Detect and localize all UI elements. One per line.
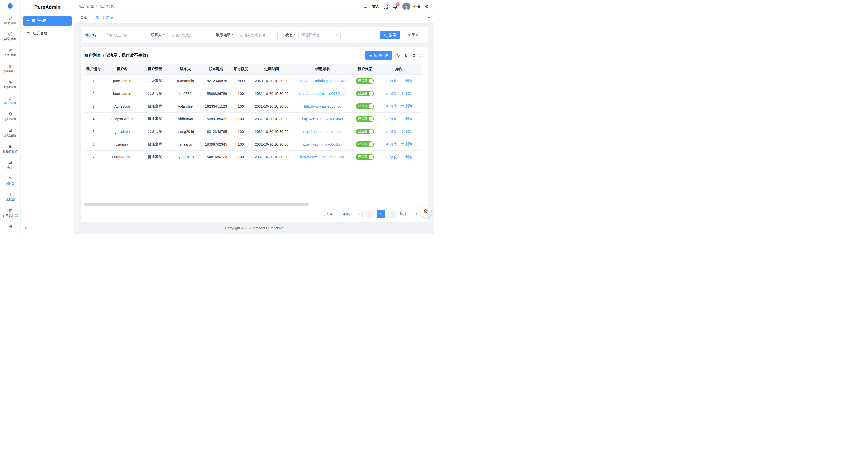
status-toggle[interactable]: 已启用 bbox=[356, 129, 374, 134]
cell-status: 已启用 bbox=[353, 151, 377, 163]
rail-item-7[interactable]: ⊟系统监控 bbox=[0, 124, 21, 141]
sidebar-item-0[interactable]: ≡租户列表 bbox=[23, 15, 72, 26]
settings-gear-icon[interactable]: ⚙ bbox=[425, 4, 429, 9]
density-icon[interactable]: ⇅ bbox=[404, 54, 408, 58]
domain-link[interactable]: http://www.agileboot.cc bbox=[304, 104, 341, 108]
rail-item-label: 结果页面 bbox=[4, 22, 17, 25]
topbar-actions: 文A 7 小铭 ⚙ bbox=[363, 3, 429, 10]
delete-button[interactable]: 删除 bbox=[401, 79, 412, 83]
table-row-3: 3AgileBoot普通套餐valarchie18233451123100203… bbox=[84, 100, 421, 113]
next-page-button[interactable]: › bbox=[388, 210, 396, 218]
status-select[interactable]: 请选择状态∨ bbox=[299, 31, 341, 39]
fullscreen-icon[interactable] bbox=[383, 4, 388, 9]
rail-item-8[interactable]: ▣标签页操作 bbox=[0, 141, 21, 156]
cell-quota: 9999 bbox=[230, 75, 251, 87]
droplet-logo-icon bbox=[7, 3, 14, 9]
edit-button[interactable]: 修改 bbox=[385, 155, 397, 159]
domain-link[interactable]: https://boot-admin.hb0730.com bbox=[298, 92, 347, 96]
scrollbar-thumb[interactable] bbox=[84, 203, 309, 206]
domain-link[interactable]: http://www.purestadmin.com bbox=[300, 155, 345, 159]
column-header-0: 租户编号 bbox=[84, 64, 103, 75]
rail-item-label: 外部页面 bbox=[4, 54, 17, 57]
prev-page-button[interactable]: ‹ bbox=[366, 210, 374, 218]
cell-domain: https://boot-admin.hb0730.com bbox=[292, 87, 353, 100]
notifications-bell-icon[interactable]: 7 bbox=[393, 4, 398, 9]
status-toggle[interactable]: 已启用 bbox=[356, 78, 374, 84]
delete-button[interactable]: 删除 bbox=[401, 104, 412, 108]
logo-button[interactable] bbox=[0, 0, 21, 12]
edit-button[interactable]: 修改 bbox=[385, 142, 397, 147]
field-input-1[interactable] bbox=[167, 31, 209, 39]
tab-0[interactable]: 首页 bbox=[76, 13, 91, 23]
theme-settings-float-button[interactable]: ⚙ bbox=[420, 206, 431, 217]
field-label: 状态： bbox=[285, 33, 296, 37]
app-title[interactable]: PureAdmin bbox=[21, 0, 74, 14]
cell-name: PurestAdmin bbox=[103, 151, 141, 163]
close-tab-icon[interactable]: × bbox=[111, 16, 113, 20]
tab-1[interactable]: 租户列表× bbox=[91, 13, 117, 23]
search-button[interactable]: 搜索 bbox=[380, 31, 400, 39]
chevron-down-icon: ∨ bbox=[428, 16, 430, 20]
rail-item-11[interactable]: ◫流程图 bbox=[0, 188, 21, 205]
reset-button[interactable]: ↻ 重置 bbox=[403, 31, 423, 39]
field-input-2[interactable] bbox=[237, 31, 278, 39]
status-toggle-label: 已启用 bbox=[358, 92, 367, 95]
horizontal-scrollbar[interactable] bbox=[84, 203, 425, 206]
rail-item-12[interactable]: ▦表单设计器 bbox=[0, 205, 21, 221]
tabs-menu-button[interactable]: ∨ bbox=[424, 13, 434, 23]
status-toggle[interactable]: 已启用 bbox=[356, 142, 374, 147]
delete-button[interactable]: 删除 bbox=[401, 142, 412, 147]
collapse-sidebar-icon[interactable]: ⇤ bbox=[25, 225, 28, 230]
table-row-1: 1pure-admin高级套餐pureadmin1821234987699992… bbox=[84, 75, 421, 87]
delete-button[interactable]: 删除 bbox=[401, 155, 412, 159]
package-icon: ▢ bbox=[27, 32, 30, 35]
search-field-1: 联系人： bbox=[151, 31, 209, 39]
delete-button[interactable]: 删除 bbox=[401, 91, 412, 96]
page-size-select[interactable]: 10条/页 ∨ bbox=[336, 210, 363, 218]
status-toggle[interactable]: 已启用 bbox=[356, 116, 374, 122]
domain-link[interactable]: http://36.111.172.53:8848 bbox=[302, 117, 343, 121]
status-toggle[interactable]: 已启用 bbox=[356, 154, 374, 160]
breadcrumb-parent[interactable]: 租户管理 bbox=[79, 4, 94, 9]
status-toggle[interactable]: 已启用 bbox=[356, 103, 374, 109]
rail-item-3[interactable]: ▥多级菜单 bbox=[0, 60, 21, 76]
table-fullscreen-icon[interactable] bbox=[420, 54, 424, 57]
sidebar-item-1[interactable]: ▢租户套餐 bbox=[23, 28, 72, 39]
status-toggle[interactable]: 已启用 bbox=[356, 91, 374, 96]
status-toggle-label: 已启用 bbox=[358, 117, 367, 121]
rail-item-1[interactable]: ⓘ异常页面 bbox=[0, 28, 21, 44]
chevron-down-icon: ∨ bbox=[358, 213, 360, 216]
edit-button[interactable]: 修改 bbox=[385, 129, 397, 134]
edit-button[interactable]: 修改 bbox=[385, 91, 397, 96]
rail-item-2[interactable]: ⇗外部页面 bbox=[0, 44, 21, 60]
rail-item-13[interactable]: ⊞ bbox=[0, 221, 21, 234]
delete-button[interactable]: 删除 bbox=[401, 129, 412, 134]
edit-button[interactable]: 修改 bbox=[385, 117, 397, 121]
username[interactable]: 小铭 bbox=[413, 4, 420, 9]
rail-item-9[interactable]: ⊡关于 bbox=[0, 156, 21, 173]
edit-button[interactable]: 修改 bbox=[385, 79, 397, 83]
domain-link[interactable]: https://admin.fabraze.com bbox=[302, 129, 343, 134]
avatar[interactable] bbox=[402, 3, 410, 10]
refresh-icon[interactable]: ↻ bbox=[397, 54, 400, 58]
search-icon[interactable] bbox=[363, 4, 368, 9]
rail-item-4[interactable]: ◈权限管理 bbox=[0, 76, 21, 92]
rail-item-label: 关于 bbox=[7, 166, 13, 169]
tenant-table-card: 租户列表（仅演示，操作后不生效） ⊕ 新增租户 ↻ ⇅ ⚙ bbox=[81, 47, 428, 222]
page-1-button[interactable]: 1 bbox=[377, 210, 385, 218]
rail-item-10[interactable]: ✎编辑器 bbox=[0, 173, 21, 188]
rail-item-label: 多级菜单 bbox=[4, 69, 17, 73]
domain-link[interactable]: https://xadmin.dvcloud.xin bbox=[302, 142, 343, 146]
field-input-0[interactable] bbox=[102, 31, 143, 39]
sidebar-menu: ≡租户列表▢租户套餐 bbox=[21, 14, 74, 222]
edit-button[interactable]: 修改 bbox=[385, 104, 397, 108]
add-tenant-button[interactable]: ⊕ 新增租户 bbox=[365, 51, 392, 60]
column-settings-gear-icon[interactable]: ⚙ bbox=[412, 54, 416, 58]
cell-actions: 修改删除 bbox=[377, 125, 421, 138]
language-switch-icon[interactable]: 文A bbox=[372, 5, 379, 8]
rail-item-5[interactable]: ⌂租户管理 bbox=[0, 92, 21, 108]
rail-item-6[interactable]: ⚙系统管理 bbox=[0, 108, 21, 124]
rail-item-0[interactable]: ◎结果页面 bbox=[0, 12, 21, 28]
domain-link[interactable]: https://pure-admin.github.io/vue-p bbox=[296, 79, 350, 83]
delete-button[interactable]: 删除 bbox=[401, 117, 412, 121]
